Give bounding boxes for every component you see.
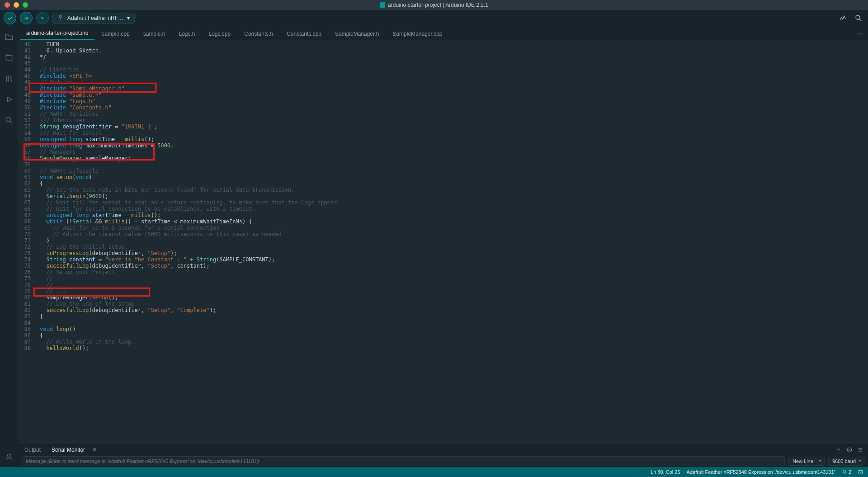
- maximize-window-button[interactable]: [23, 2, 28, 8]
- editor-column: arduino-starter-project.inosample.cppsam…: [18, 26, 868, 467]
- folder-icon: [5, 33, 14, 42]
- notifications-button[interactable]: 2: [841, 469, 851, 475]
- serial-message-input[interactable]: [22, 456, 785, 466]
- search-glass-icon: [854, 14, 863, 22]
- usb-icon: [57, 15, 64, 21]
- editor-tab-3[interactable]: Logs.h: [172, 28, 201, 40]
- boards-manager-tab[interactable]: [4, 52, 14, 63]
- serial-plotter-button[interactable]: [837, 12, 849, 24]
- plotter-icon: [839, 14, 847, 22]
- svg-rect-0: [60, 16, 62, 18]
- panel-menu-icon[interactable]: [857, 447, 863, 453]
- traffic-lights: [5, 2, 28, 8]
- editor-tab-2[interactable]: sample.h: [137, 28, 172, 40]
- upload-button[interactable]: [20, 12, 33, 24]
- editor-tab-1[interactable]: sample.cpp: [95, 28, 136, 40]
- expand-panel-icon[interactable]: [835, 447, 842, 453]
- bottom-panel-tabs: Output Serial Monitor ✕: [18, 445, 868, 455]
- board-selector-label: Adafruit Feather nRF…: [67, 15, 123, 21]
- activity-bar: [0, 26, 18, 467]
- bug-icon: [5, 95, 14, 104]
- debug-tab[interactable]: [4, 94, 14, 105]
- chevron-down-icon: ▾: [127, 15, 130, 21]
- line-numbers: 4041424344454647484950515253545556575859…: [18, 40, 34, 444]
- editor-tab-0[interactable]: arduino-starter-project.ino: [20, 27, 94, 40]
- notifications-count: 2: [849, 469, 851, 475]
- library-icon: [5, 74, 14, 83]
- tabs-overflow-button[interactable]: ···: [856, 30, 863, 38]
- output-tab[interactable]: Output: [20, 445, 45, 455]
- debug-button[interactable]: [36, 12, 49, 24]
- svg-rect-2: [6, 56, 12, 60]
- status-bar: Ln 80, Col 25 Adafruit Feather nRF52840 …: [0, 467, 868, 477]
- close-panel-icon[interactable]: [858, 469, 863, 475]
- clear-output-icon[interactable]: [846, 447, 853, 453]
- code-editor[interactable]: 4041424344454647484950515253545556575859…: [18, 40, 868, 444]
- svg-point-4: [8, 454, 11, 457]
- serial-monitor-tab[interactable]: Serial Monitor: [47, 445, 90, 455]
- line-ending-select[interactable]: New Line: [788, 457, 825, 466]
- window-titlebar: arduino-starter-project | Arduino IDE 2.…: [0, 0, 868, 10]
- board-selector[interactable]: Adafruit Feather nRF… ▾: [52, 13, 135, 24]
- window-title: arduino-starter-project | Arduino IDE 2.…: [380, 2, 488, 8]
- editor-tab-5[interactable]: Constants.h: [238, 28, 279, 40]
- minimize-window-button[interactable]: [14, 2, 19, 8]
- bell-icon: [841, 469, 847, 475]
- window-title-text: arduino-starter-project | Arduino IDE 2.…: [388, 2, 488, 8]
- verify-button[interactable]: [4, 12, 16, 24]
- baud-rate-select[interactable]: 9600 baud: [828, 457, 864, 466]
- search-tab[interactable]: [4, 115, 14, 126]
- editor-tab-7[interactable]: SampleManager.h: [329, 28, 385, 40]
- close-window-button[interactable]: [5, 2, 10, 8]
- search-icon: [5, 116, 14, 125]
- editor-tabs: arduino-starter-project.inosample.cppsam…: [18, 26, 868, 40]
- serial-input-row: New Line 9600 baud: [18, 455, 868, 467]
- user-icon: [5, 453, 14, 462]
- close-serial-monitor-button[interactable]: ✕: [92, 447, 97, 453]
- sketchbook-tab[interactable]: [4, 32, 14, 43]
- account-button[interactable]: [4, 452, 14, 463]
- editor-tab-4[interactable]: Logs.cpp: [203, 28, 237, 40]
- serial-monitor-button[interactable]: [853, 12, 864, 24]
- svg-point-3: [6, 117, 10, 122]
- board-port-info: Adafruit Feather nRF52840 Express on '/d…: [687, 469, 835, 475]
- code-content[interactable]: THEN 6. Upload Sketch.*/// Libraries#inc…: [34, 40, 868, 444]
- arduino-logo-icon: [380, 2, 385, 8]
- svg-point-1: [856, 15, 860, 19]
- library-manager-tab[interactable]: [4, 73, 14, 84]
- editor-tab-6[interactable]: Constants.cpp: [280, 28, 328, 40]
- main-toolbar: Adafruit Feather nRF… ▾: [0, 10, 868, 26]
- main-area: arduino-starter-project.inosample.cppsam…: [0, 26, 868, 467]
- editor-tab-8[interactable]: SampleManager.cpp: [386, 28, 448, 40]
- bottom-panel: Output Serial Monitor ✕ New Line 9600 ba…: [18, 444, 868, 467]
- board-icon: [5, 53, 14, 62]
- cursor-position: Ln 80, Col 25: [651, 469, 680, 475]
